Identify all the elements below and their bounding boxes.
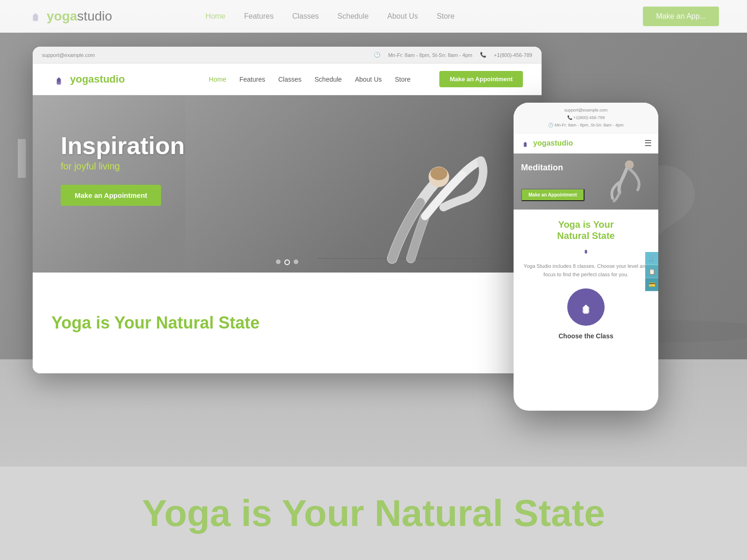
desktop-phone: +1(800)-456-789 xyxy=(494,52,532,58)
mobile-body-title: Yoga is Your Natural State xyxy=(521,219,651,241)
phone-icon: 📞 xyxy=(567,115,572,120)
mobile-navbar: yogastudio ☰ xyxy=(514,133,658,154)
svg-point-17 xyxy=(585,250,586,253)
nav-about[interactable]: About Us xyxy=(355,76,382,83)
desktop-navbar: yogastudio Home Features Classes Schedul… xyxy=(33,63,542,95)
mobile-sidebar-icons: 🛒 📋 💳 xyxy=(645,252,658,291)
bg-nav-home: Home xyxy=(205,12,226,21)
bg-cta-button: Make an App... xyxy=(643,7,719,26)
desktop-hero: Inspiration for joyful living Make an Ap… xyxy=(33,95,542,273)
desktop-logo: yogastudio xyxy=(51,72,125,87)
svg-point-13 xyxy=(524,142,526,147)
dot-1[interactable] xyxy=(276,259,281,264)
svg-point-10 xyxy=(430,167,447,180)
svg-point-2 xyxy=(34,14,37,21)
lotus-flower-icon xyxy=(577,298,595,316)
svg-point-7 xyxy=(58,82,60,84)
desktop-bottom-section: Yoga is Your Natural State xyxy=(33,273,542,373)
mobile-email: support@example.com xyxy=(519,106,653,114)
mobile-topbar: support@example.com 📞 +1(800)-456-789 🕐 … xyxy=(514,103,658,133)
desktop-email: support@example.com xyxy=(42,52,370,58)
mobile-hero: Meditation Make an Appointment xyxy=(514,154,658,210)
dot-3[interactable] xyxy=(294,259,298,264)
mobile-logo-text: yogastudio xyxy=(533,139,573,147)
mobile-hamburger-icon[interactable]: ☰ xyxy=(644,138,652,148)
bg-nav-classes: Classes xyxy=(292,12,319,21)
desktop-cta-button[interactable]: Make an Appointment xyxy=(439,71,523,87)
mobile-body: Yoga is Your Natural State Yoga Studio i… xyxy=(514,210,658,349)
hero-subtitle: for joyful living xyxy=(61,161,185,172)
dot-2[interactable] xyxy=(284,259,290,265)
mobile-body-desc: Yoga Studio includes 8 classes. Choose y… xyxy=(521,262,651,279)
bg-nav-store: Store xyxy=(437,12,454,21)
hero-yoga-illustration xyxy=(308,100,504,273)
bg-nav-features: Features xyxy=(244,12,274,21)
desktop-topbar: support@example.com 🕐 Mn-Fr: 8am - 8pm, … xyxy=(33,47,542,63)
bg-logo: yogastudio xyxy=(28,9,112,24)
mobile-choose-class-label: Choose the Class xyxy=(521,332,651,340)
hero-dots xyxy=(276,259,298,265)
clock-icon: 🕐 xyxy=(548,123,553,127)
mobile-hero-illustration xyxy=(584,154,658,210)
bg-logo-text: yogastudio xyxy=(47,9,112,24)
mobile-cart-icon[interactable]: 🛒 xyxy=(645,252,658,265)
desktop-hours: Mn-Fr: 8am - 8pm, St-Sn: 8am - 4pm xyxy=(388,52,472,58)
bg-bottom-title: Yoga is Your Natural State xyxy=(142,492,605,535)
mobile-clipboard-icon[interactable]: 📋 xyxy=(645,265,658,278)
bg-nav-links: Home Features Classes Schedule About Us … xyxy=(205,12,455,21)
bg-nav-about: About Us xyxy=(388,12,418,21)
bg-bottom: Yoga is Your Natural State xyxy=(0,467,747,560)
hero-title: Inspiration xyxy=(61,133,185,159)
mobile-choose-class-button[interactable] xyxy=(567,288,605,326)
mobile-lotus-divider xyxy=(521,246,651,257)
nav-store[interactable]: Store xyxy=(395,76,410,83)
nav-home[interactable]: Home xyxy=(209,76,226,83)
bg-nav-bar: yogastudio Home Features Classes Schedul… xyxy=(0,0,747,33)
nav-schedule[interactable]: Schedule xyxy=(315,76,342,83)
desktop-phone-icon: 📞 xyxy=(480,52,486,58)
mobile-card-icon[interactable]: 💳 xyxy=(645,278,658,291)
hero-content: Inspiration for joyful living Make an Ap… xyxy=(61,133,185,206)
mobile-logo-icon xyxy=(520,138,530,148)
mobile-hero-cta[interactable]: Make an Appointment xyxy=(521,189,585,201)
mobile-mockup: support@example.com 📞 +1(800)-456-789 🕐 … xyxy=(514,103,658,411)
desktop-bottom-title: Yoga is Your Natural State xyxy=(51,313,523,333)
mobile-hours: 🕐 Mn-Fr: 8am - 8pm, St-Sn: 8am - 4pm xyxy=(519,121,653,129)
desktop-hours-icon: 🕐 xyxy=(374,52,381,58)
bg-nav-schedule: Schedule xyxy=(338,12,369,21)
desktop-topbar-right: 🕐 Mn-Fr: 8am - 8pm, St-Sn: 8am - 4pm 📞 +… xyxy=(374,52,532,58)
mobile-hero-title: Meditation xyxy=(521,163,563,173)
desktop-nav-links: Home Features Classes Schedule About Us … xyxy=(209,76,410,83)
hero-cta-button[interactable]: Make an Appointment xyxy=(61,185,161,206)
nav-features[interactable]: Features xyxy=(240,76,265,83)
desktop-logo-text: yogastudio xyxy=(70,73,125,85)
mobile-phone: 📞 +1(800)-456-789 xyxy=(519,114,653,121)
nav-classes[interactable]: Classes xyxy=(278,76,302,83)
desktop-mockup: support@example.com 🕐 Mn-Fr: 8am - 8pm, … xyxy=(33,47,542,373)
